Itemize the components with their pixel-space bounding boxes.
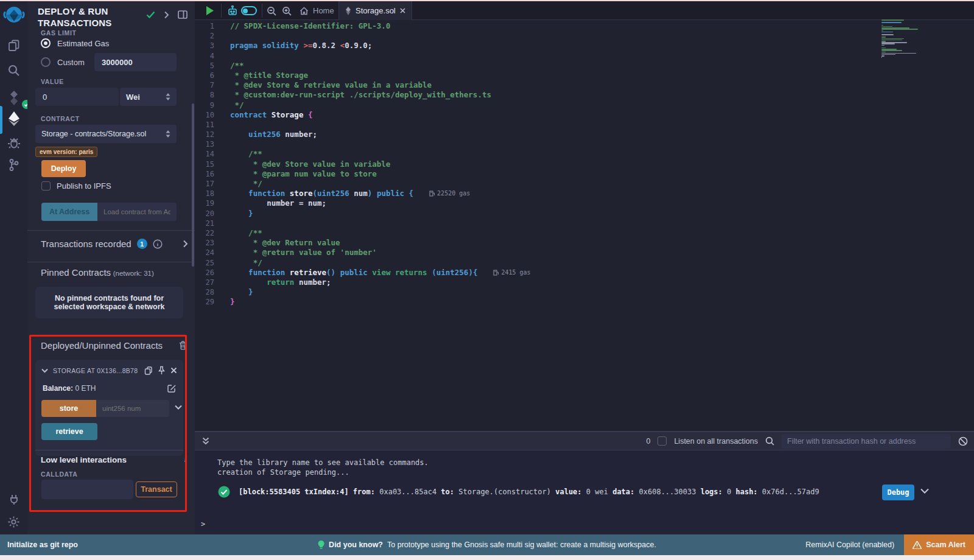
at-address-input[interactable] [97,203,177,221]
debugger-icon[interactable] [0,136,27,150]
tx-result-row[interactable]: [block:5583405 txIndex:4] from: 0xa03...… [218,486,819,498]
ai-copilot-robot-icon[interactable] [227,1,238,20]
custom-gas-option[interactable]: Custom [41,57,85,67]
code-line[interactable]: 25 */ [195,258,531,268]
transact-button[interactable]: Transact [136,481,177,497]
code-line[interactable]: 18 function store(uint256 num) public {2… [195,189,531,198]
publish-ipfs-checkbox[interactable] [41,181,51,191]
code-line[interactable]: 20 } [195,209,531,219]
clear-terminal-icon[interactable] [958,436,968,446]
estimated-gas-option[interactable]: Estimated Gas [41,38,109,48]
git-init-status[interactable]: Initialize as git repo [0,541,78,549]
code-line[interactable]: 23 * @dev Return value [195,238,531,248]
code-line[interactable]: 22 /** [195,228,531,238]
remove-contract-icon[interactable] [170,367,177,374]
copilot-status[interactable]: RemixAI Copilot (enabled) [805,541,904,549]
lightbulb-icon [318,541,324,550]
expand-transactions-icon[interactable] [183,240,188,248]
code-line[interactable]: 6 * @title Storage [195,71,531,80]
code-line[interactable]: 12 uint256 number; [195,130,531,139]
deploy-button[interactable]: Deploy [41,160,86,177]
code-line[interactable]: 28 } [195,287,531,297]
pin-panel-icon[interactable] [178,10,187,19]
code-line[interactable]: 27 return number; [195,278,531,287]
code-view[interactable]: 1// SPDX-License-Identifier: GPL-3.023pr… [195,21,531,307]
close-tab-icon[interactable] [400,8,405,13]
collapse-contract-icon[interactable] [41,368,48,373]
code-line[interactable]: 3pragma solidity >=0.8.2 <0.9.0; [195,41,531,51]
tab-storage-sol[interactable]: Storage.sol [338,1,412,20]
code-line[interactable]: 2 [195,31,531,41]
copilot-toggle[interactable] [241,1,257,20]
value-unit-select[interactable]: Wei [120,88,177,106]
tab-home[interactable]: Home [293,1,340,20]
editor-minimap[interactable] [881,19,920,58]
git-icon[interactable] [0,158,27,172]
publish-ipfs-option[interactable]: Publish to IPFS [41,181,111,191]
code-line[interactable]: 14 /** [195,149,531,159]
search-icon[interactable] [0,64,27,77]
code-line[interactable]: 1// SPDX-License-Identifier: GPL-3.0 [195,21,531,31]
listen-all-checkbox[interactable] [657,436,667,446]
at-address-button[interactable]: At Address [41,203,97,221]
file-explorer-icon[interactable] [0,39,27,52]
store-arg-input[interactable] [96,400,169,417]
transactions-recorded-row[interactable]: Transactions recorded 1 [41,239,188,249]
calldata-input[interactable] [41,480,133,499]
code-line[interactable]: 7 * @dev Store & retrieve value in a var… [195,80,531,90]
code-line[interactable]: 11 [195,120,531,130]
code-line[interactable]: 19 number = num; [195,198,531,208]
pin-contract-icon[interactable] [158,366,166,375]
custom-gas-radio[interactable] [41,57,51,67]
code-line[interactable]: 17 */ [195,179,531,189]
deployed-contract-card: STORAGE AT 0X136...8B78 Balance: 0 ETH s… [35,360,183,456]
terminal-prompt[interactable]: > [201,520,205,528]
low-level-info-icon[interactable]: i [184,455,187,464]
contract-select[interactable]: Storage - contracts/Storage.sol [35,125,177,143]
code-line[interactable]: 29} [195,297,531,307]
code-line[interactable]: 10contract Storage { [195,110,531,120]
store-function-button[interactable]: store [41,400,96,417]
code-line[interactable]: 16 * @param num value to store [195,169,531,179]
copy-address-icon[interactable] [144,366,153,375]
low-level-header: Low level interactions i [41,455,187,464]
run-script-icon[interactable] [206,1,214,20]
code-line[interactable]: 8 * @custom:dev-run-script ./scripts/dep… [195,90,531,100]
info-icon[interactable] [153,239,163,249]
warning-icon [913,541,922,549]
code-line[interactable]: 13 [195,139,531,149]
edit-balance-icon[interactable] [167,384,176,393]
contract-instance-label[interactable]: STORAGE AT 0X136...8B78 [53,367,138,374]
code-line[interactable]: 21 [195,219,531,228]
value-label: VALUE [41,78,64,85]
code-line[interactable]: 9 */ [195,100,531,110]
collapse-terminal-icon[interactable] [195,437,209,445]
solidity-compiler-icon[interactable] [0,90,27,106]
panel-scrollbar[interactable] [192,103,194,267]
plugin-manager-icon[interactable] [0,493,27,506]
debug-button[interactable]: Debug [882,485,914,500]
retrieve-function-button[interactable]: retrieve [41,423,97,440]
terminal-filter-input[interactable] [782,434,951,449]
deploy-run-icon[interactable] [0,111,27,127]
code-line[interactable]: 15 * @dev Store value in variable [195,159,531,169]
estimated-gas-radio[interactable] [41,38,51,48]
code-line[interactable]: 4 [195,51,531,61]
zoom-out-icon[interactable] [267,1,276,20]
code-line[interactable]: 5/** [195,61,531,71]
zoom-in-icon[interactable] [282,1,292,20]
code-line[interactable]: 26 function retrieve() public view retur… [195,268,531,278]
settings-gear-icon[interactable] [0,516,27,528]
forward-chevron-icon[interactable] [164,11,169,19]
remix-logo[interactable] [0,5,27,27]
terminal-search-icon[interactable] [765,436,774,446]
custom-gas-input[interactable] [94,53,177,71]
no-pinned-message: No pinned contracts found for selected w… [35,287,183,318]
expand-tx-icon[interactable] [920,488,929,494]
code-line[interactable]: 24 * @return value of 'number' [195,248,531,257]
value-input[interactable]: 0 [35,88,119,106]
expand-store-args-icon[interactable] [175,405,182,410]
scam-alert-button[interactable]: Scam Alert [904,534,974,555]
trash-icon[interactable] [179,341,187,350]
contract-label: CONTRACT [41,115,80,122]
